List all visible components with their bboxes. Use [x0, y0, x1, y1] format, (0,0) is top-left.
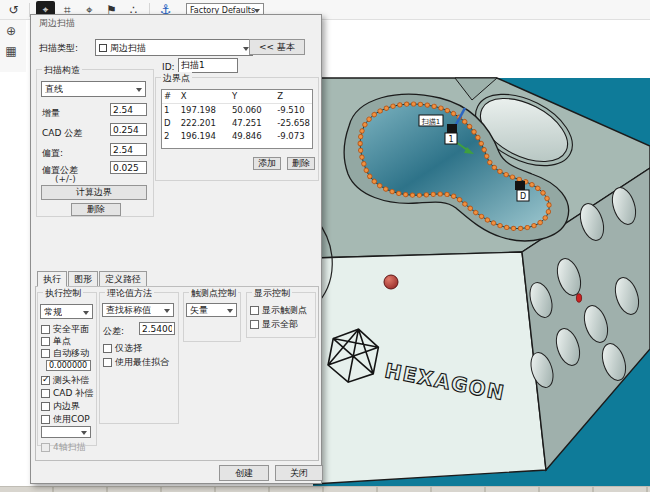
cell: 196.194 [179, 130, 230, 143]
checkbox-box [103, 358, 112, 367]
add-point-button[interactable]: 添加 [253, 157, 281, 170]
scan-type-value: 周边扫描 [110, 41, 146, 54]
checkbox-auto-move[interactable]: 自动移动 [41, 347, 89, 360]
offset-tolerance-sub: (+/-) [55, 174, 76, 184]
hit-mode-dropdown[interactable]: 矢量 [186, 303, 237, 317]
id-field[interactable] [178, 58, 238, 73]
exec-mode-dropdown[interactable]: 常规 [40, 304, 93, 319]
cell: -9.510 [275, 104, 312, 118]
checkbox-label: 4轴扫描 [53, 441, 86, 454]
close-button[interactable]: 关闭 [275, 465, 323, 481]
cop-dropdown[interactable] [41, 426, 91, 438]
exec-control-label: 执行控制 [43, 287, 83, 300]
tolerance-label: 公差: [103, 325, 124, 338]
checkbox-label: 显示触测点 [262, 304, 307, 317]
cell: 2 [162, 130, 179, 143]
cell: -25.658 [275, 117, 312, 130]
increment-label: 增量 [42, 107, 60, 120]
checkbox-label: 使用COP [53, 413, 90, 426]
checkbox-box [41, 337, 50, 346]
checkbox-box [250, 320, 259, 329]
calculate-boundary-button[interactable]: 计算边界 [41, 185, 147, 200]
probe-pin-icon[interactable]: ⊕ [2, 22, 20, 40]
col-z: Z [275, 90, 312, 104]
offset-field[interactable] [110, 143, 147, 156]
checkbox-probe-comp[interactable]: 测头补偿 [41, 374, 89, 387]
hit-mode-value: 矢量 [190, 304, 208, 317]
hit-control-label: 触测点控制 [189, 287, 238, 300]
cell: 222.201 [179, 117, 230, 130]
chevron-down-icon [136, 88, 142, 95]
checkbox-cad-comp[interactable]: CAD 补偿 [41, 387, 93, 400]
chevron-down-icon [83, 311, 89, 318]
boundary-points-label: 边界点 [161, 72, 192, 85]
hit-control-group: 触测点控制 [183, 292, 241, 342]
offset-label: 偏置: [42, 147, 63, 160]
cad-tolerance-field[interactable] [110, 123, 147, 136]
checkbox-box [250, 306, 259, 315]
nominal-method-label: 理论值方法 [105, 287, 154, 300]
offset-tolerance-field[interactable] [110, 161, 147, 174]
cell: 50.060 [230, 104, 275, 118]
cell: 197.198 [179, 104, 230, 118]
col-index: # [162, 90, 179, 104]
checkbox-show-all[interactable]: 显示全部 [250, 318, 298, 331]
nominal-method-dropdown[interactable]: 查找标称值 [102, 303, 174, 317]
cell: -9.073 [275, 130, 312, 143]
checkbox-box [41, 389, 50, 398]
dialog-title: 周边扫描 [39, 17, 75, 30]
checkbox-label: 内边界 [53, 400, 80, 413]
checkbox-show-hits[interactable]: 显示触测点 [250, 304, 307, 317]
checkbox-box [41, 402, 50, 411]
create-button[interactable]: 创建 [219, 465, 269, 481]
cad-tolerance-label: CAD 公差 [42, 127, 82, 140]
side-toolbar: ⊕ ▦ [0, 20, 26, 72]
grid-mode-icon[interactable]: ▦ [2, 42, 20, 60]
checkbox-label: 测头补偿 [53, 374, 89, 387]
display-control-label: 显示控制 [252, 287, 292, 300]
chevron-down-icon [227, 309, 233, 316]
table-row[interactable]: 1 197.198 50.060 -9.510 [162, 104, 312, 118]
construct-method-value: 直线 [45, 83, 63, 96]
delete-point-button[interactable]: 删除 [287, 157, 315, 170]
id-label: ID: [162, 62, 175, 72]
checkbox-box [41, 349, 50, 358]
checkbox-4axis-scan: 4轴扫描 [41, 441, 86, 454]
construct-method-dropdown[interactable]: 直线 [41, 81, 146, 97]
tolerance-field[interactable] [139, 322, 175, 335]
red-sphere [384, 275, 398, 289]
table-row[interactable]: 2 196.194 49.846 -9.073 [162, 130, 312, 143]
3d-viewport[interactable]: HEXAGON 扫描1 1 D [313, 70, 650, 486]
checkbox-best-fit[interactable]: 使用最佳拟合 [103, 356, 169, 369]
boundary-points-table[interactable]: # X Y Z 1 197.198 50.060 -9.510 D 222.20… [161, 89, 313, 149]
basic-toggle-button[interactable]: << 基本 [249, 39, 305, 55]
cell: 47.251 [230, 117, 275, 130]
construct-delete-button[interactable]: 删除 [71, 203, 121, 216]
checkbox-label: 显示全部 [262, 318, 298, 331]
start-tag: 1 [448, 135, 453, 144]
direction-tag: D [520, 192, 526, 201]
perimeter-scan-dialog: 周边扫描 扫描类型: 周边扫描 << 基本 扫描构造 直线 增量 CAD 公差 … [30, 14, 322, 484]
checkbox-box [41, 415, 50, 424]
auto-move-field[interactable] [46, 360, 91, 371]
direction-flag [515, 181, 525, 190]
col-x: X [179, 90, 230, 104]
right-face-red-dot [576, 294, 581, 302]
increment-field[interactable] [110, 103, 147, 116]
checkbox-label: 使用最佳拟合 [115, 356, 169, 369]
chevron-down-icon [81, 431, 87, 438]
checkbox-box [103, 344, 112, 353]
tab-define-path[interactable]: 定义路径 [99, 271, 147, 286]
tab-execute[interactable]: 执行 [37, 271, 67, 287]
checkbox-inner-boundary[interactable]: 内边界 [41, 400, 80, 413]
checkbox-use-cop[interactable]: 使用COP [41, 413, 90, 426]
scan-type-dropdown[interactable]: 周边扫描 [95, 39, 253, 56]
table-row[interactable]: D 222.201 47.251 -25.658 [162, 117, 312, 130]
start-flag [447, 124, 457, 133]
checkbox-box [41, 376, 50, 385]
chevron-down-icon [164, 309, 170, 316]
checkbox-label: 仅选择 [115, 342, 142, 355]
tab-graphics[interactable]: 图形 [68, 271, 98, 286]
rotate-view-icon[interactable]: ↺ [4, 1, 23, 19]
checkbox-select-only[interactable]: 仅选择 [103, 342, 142, 355]
